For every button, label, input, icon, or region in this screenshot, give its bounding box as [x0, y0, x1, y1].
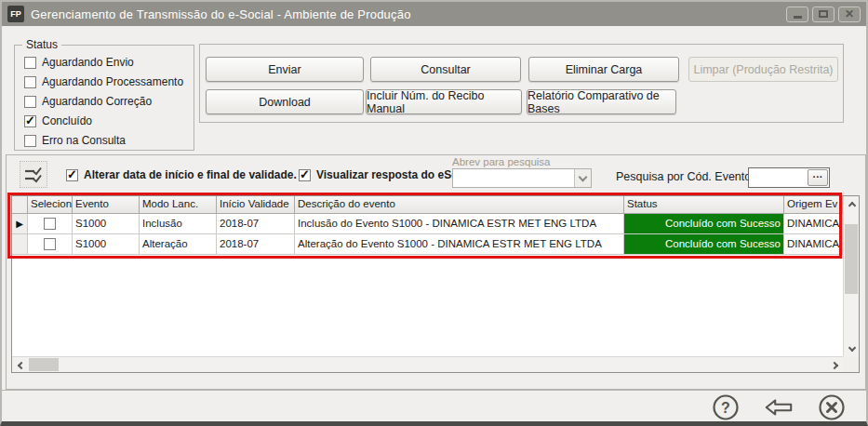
abrev-pesquisa-label: Abrev para pesquisa — [452, 156, 550, 167]
pesquisa-cod-evento-input[interactable]: ··· — [748, 167, 830, 188]
browse-button[interactable]: ··· — [808, 169, 828, 186]
cell-inicio-validade[interactable]: 2018-07 — [217, 234, 295, 255]
help-icon: ? — [712, 393, 740, 421]
exit-button[interactable] — [816, 393, 848, 422]
horizontal-scrollbar[interactable] — [12, 356, 843, 372]
checkbox-visualizar-resposta[interactable]: Visualizar resposta do eSocial — [299, 168, 477, 181]
checkbox-concluido[interactable]: Concluído — [24, 113, 92, 128]
cell-origem[interactable]: DINAMICA — [784, 234, 843, 255]
close-icon: ✕ — [845, 8, 854, 20]
back-arrow-icon — [763, 396, 795, 419]
checkbox-box[interactable] — [24, 76, 36, 88]
abrev-pesquisa-dropdown[interactable] — [452, 168, 592, 188]
grid-header-row: Seleciona Evento Modo Lanc. Início Valid… — [12, 196, 843, 214]
app-icon: FP — [7, 6, 24, 22]
consultar-button[interactable]: Consultar — [370, 57, 521, 82]
status-groupbox-legend: Status — [22, 38, 61, 51]
cell-origem[interactable]: DINAMICA — [784, 214, 843, 234]
header-modo-lanc[interactable]: Modo Lanc. — [140, 196, 217, 214]
checkbox-aguardando-correcao[interactable]: Aguardando Correção — [24, 94, 152, 109]
scroll-right-button[interactable] — [827, 357, 843, 373]
window-title: Gerenciamento de Transmissão do e-Social… — [31, 7, 786, 21]
checkbox-alterar-data-validade[interactable]: Alterar data de início e final de valida… — [66, 168, 297, 181]
circle-x-icon — [818, 393, 846, 421]
scroll-down-button[interactable] — [844, 340, 860, 356]
vertical-scrollbar[interactable] — [843, 196, 859, 356]
minimize-button[interactable] — [786, 7, 808, 22]
maximize-icon — [819, 10, 828, 18]
checkbox-label: Aguardando Correção — [42, 95, 152, 108]
dialog-window: FP Gerenciamento de Transmissão do e-Soc… — [0, 0, 868, 426]
vertical-scroll-thumb[interactable] — [845, 224, 858, 294]
table-row[interactable]: S1000 Alteração 2018-07 Alteração do Eve… — [12, 234, 843, 255]
chevron-down-icon — [579, 172, 588, 181]
help-button[interactable]: ? — [710, 393, 741, 422]
cell-status[interactable]: Concluído com Sucesso — [624, 214, 784, 234]
pesquisa-cod-evento-label: Pesquisa por Cód. Evento: — [616, 170, 754, 183]
row-checkbox[interactable] — [44, 238, 56, 250]
cell-seleciona[interactable] — [28, 214, 73, 234]
mark-all-button[interactable] — [20, 161, 47, 188]
row-checkbox[interactable] — [44, 218, 56, 230]
cell-inicio-validade[interactable]: 2018-07 — [217, 214, 295, 234]
relatorio-comparativo-button[interactable]: Relatório Comparativo de Bases — [527, 89, 676, 114]
minimize-icon — [794, 16, 802, 19]
dropdown-arrow-button[interactable] — [574, 169, 591, 187]
table-row[interactable]: ▶ S1000 Inclusão 2018-07 Inclusão do Eve… — [12, 214, 843, 234]
checkbox-box[interactable] — [24, 96, 36, 108]
header-evento[interactable]: Evento — [73, 196, 140, 214]
footer-divider — [2, 390, 866, 391]
cell-evento[interactable]: S1000 — [73, 214, 140, 234]
chevron-up-icon — [848, 202, 855, 209]
maximize-button[interactable] — [812, 7, 835, 22]
checkbox-erro-na-consulta[interactable]: Erro na Consulta — [24, 133, 126, 148]
download-button[interactable]: Download — [206, 89, 364, 114]
checkbox-label: Alterar data de início e final de valida… — [84, 168, 297, 181]
results-panel: Alterar data de início e final de valida… — [6, 154, 866, 390]
back-button[interactable] — [763, 393, 795, 422]
scroll-left-button[interactable] — [12, 357, 28, 373]
current-row-arrow-icon: ▶ — [16, 220, 23, 229]
scroll-up-button[interactable] — [844, 196, 860, 212]
checkbox-label: Erro na Consulta — [42, 134, 126, 147]
status-groupbox: Status Aguardando Envio Aguardando Proce… — [14, 45, 194, 151]
cell-modo-lanc[interactable]: Inclusão — [140, 214, 217, 234]
cell-seleciona[interactable] — [28, 234, 73, 255]
cell-descricao[interactable]: Alteração do Evento S1000 - DINAMICA EST… — [295, 234, 624, 255]
checkbox-label: Concluído — [42, 114, 92, 127]
cell-status[interactable]: Concluído com Sucesso — [624, 234, 784, 255]
header-origem[interactable]: Origem Ev — [784, 196, 843, 214]
title-bar: FP Gerenciamento de Transmissão do e-Soc… — [2, 2, 866, 26]
mark-all-icon — [23, 166, 44, 184]
checkbox-box[interactable] — [24, 135, 36, 147]
chevron-right-icon — [830, 361, 837, 368]
horizontal-scroll-thumb[interactable] — [29, 358, 59, 371]
grid-data-area: Seleciona Evento Modo Lanc. Início Valid… — [12, 196, 843, 356]
checkbox-box[interactable] — [24, 57, 36, 69]
checkbox-box[interactable] — [299, 169, 311, 181]
checkbox-label: Aguardando Envio — [42, 56, 134, 69]
chevron-left-icon — [18, 361, 25, 368]
enviar-button[interactable]: Enviar — [206, 57, 364, 82]
checkbox-box[interactable] — [24, 115, 36, 127]
chevron-down-icon — [848, 343, 855, 351]
scrollbar-corner — [843, 356, 859, 372]
cell-evento[interactable]: S1000 — [73, 234, 140, 255]
header-status[interactable]: Status — [624, 196, 784, 214]
cell-descricao[interactable]: Inclusão do Evento S1000 - DINAMICA ESTR… — [295, 214, 624, 234]
header-indicator — [12, 196, 28, 214]
svg-text:?: ? — [721, 400, 730, 416]
incluir-recibo-manual-button[interactable]: Incluir Núm. do Recibo Manual — [366, 89, 522, 114]
header-inicio-validade[interactable]: Início Validade — [217, 196, 295, 214]
header-seleciona[interactable]: Seleciona — [28, 196, 73, 214]
cell-modo-lanc[interactable]: Alteração — [140, 234, 217, 255]
checkbox-aguardando-processamento[interactable]: Aguardando Processamento — [24, 74, 183, 89]
close-button[interactable]: ✕ — [838, 7, 861, 22]
actions-panel: Enviar Consultar Eliminar Carga Limpar (… — [199, 44, 844, 123]
limpar-producao-restrita-button: Limpar (Produção Restrita) — [688, 57, 838, 82]
eliminar-carga-button[interactable]: Eliminar Carga — [528, 57, 679, 82]
checkbox-aguardando-envio[interactable]: Aguardando Envio — [24, 55, 134, 70]
row-indicator-cell: ▶ — [12, 214, 28, 234]
header-descricao[interactable]: Descrição do evento — [295, 196, 624, 214]
checkbox-box[interactable] — [66, 169, 78, 181]
